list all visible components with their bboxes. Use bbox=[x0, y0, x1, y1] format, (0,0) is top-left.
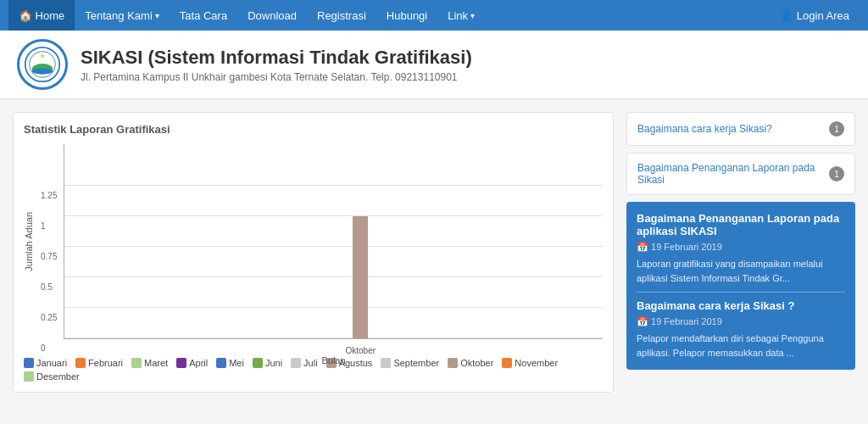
main-nav: 🏠 Home Tentang Kami ▾ Tata Cara Download… bbox=[0, 0, 868, 31]
legend-item: Juni bbox=[253, 358, 282, 368]
nav-tentang-kami[interactable]: Tentang Kami ▾ bbox=[75, 0, 170, 31]
legend-item: Januari bbox=[24, 358, 67, 368]
legend-item: April bbox=[176, 358, 208, 368]
chart-inner: 1.25 1 0.75 0.5 0.25 0 Oktober Bulan bbox=[64, 144, 603, 339]
y-tick-0: 0 bbox=[41, 343, 46, 353]
news-title-1: Bagaimana Penanganan Laporan pada aplika… bbox=[637, 212, 845, 237]
dropdown-arrow-icon2: ▾ bbox=[470, 11, 475, 20]
legend-item: Juli bbox=[291, 358, 318, 368]
legend-item: November bbox=[502, 358, 558, 368]
header-text: SIKASI (Sistem Informasi Tindak Gratifik… bbox=[81, 47, 472, 83]
chart-bar-oktober: Oktober bbox=[353, 216, 368, 338]
y-axis-label: Jumlah Aduan bbox=[24, 212, 34, 271]
y-tick-0.75: 0.75 bbox=[41, 252, 57, 261]
y-tick-1.25: 1.25 bbox=[41, 191, 57, 200]
nav-link[interactable]: Link ▾ bbox=[437, 0, 485, 31]
chart-panel: Statistik Laporan Gratifikasi Jumlah Adu… bbox=[13, 112, 614, 393]
nav-home[interactable]: 🏠 Home bbox=[8, 0, 75, 31]
nav-hubungi[interactable]: Hubungi bbox=[376, 0, 437, 31]
news-date-2: 📅 19 Februari 2019 bbox=[637, 316, 845, 327]
news-excerpt-1: Laporan gratifikasi yang disampaikan mel… bbox=[637, 257, 845, 285]
news-card: Bagaimana Penanganan Laporan pada aplika… bbox=[626, 202, 855, 370]
site-logo bbox=[17, 39, 68, 90]
faq-badge-2: 1 bbox=[829, 166, 844, 181]
y-tick-0.5: 0.5 bbox=[41, 282, 53, 292]
chart-title: Statistik Laporan Gratifikasi bbox=[24, 123, 603, 136]
dropdown-arrow-icon: ▾ bbox=[155, 11, 159, 20]
svg-marker-4 bbox=[40, 53, 45, 58]
nav-download[interactable]: Download bbox=[237, 0, 307, 31]
faq-item-1[interactable]: Bagaimana cara kerja Sikasi? 1 bbox=[626, 112, 855, 146]
faq-link-1[interactable]: Bagaimana cara kerja Sikasi? bbox=[637, 123, 772, 135]
legend-item: Oktober bbox=[448, 358, 493, 368]
main-container: Statistik Laporan Gratifikasi Jumlah Adu… bbox=[0, 99, 868, 405]
svg-point-3 bbox=[32, 68, 53, 74]
x-axis-label: Bulan bbox=[321, 355, 345, 365]
news-date-1: 📅 19 Februari 2019 bbox=[637, 242, 845, 253]
legend-item: Desember bbox=[24, 371, 80, 382]
faq-link-2[interactable]: Bagaimana Penanganan Laporan pada Sikasi bbox=[637, 162, 829, 186]
news-excerpt-2: Pelapor mendaftarkan diri sebagai Penggu… bbox=[637, 332, 845, 360]
legend-item: September bbox=[381, 358, 439, 368]
legend-item: Maret bbox=[131, 358, 168, 368]
legend-item: Februari bbox=[75, 358, 123, 368]
site-title: SIKASI (Sistem Informasi Tindak Gratifik… bbox=[81, 47, 472, 69]
chart-legend: JanuariFebruariMaretAprilMeiJuniJuliAgus… bbox=[24, 358, 603, 382]
nav-registrasi[interactable]: Registrasi bbox=[307, 0, 376, 31]
site-subtitle: Jl. Pertamina Kampus II Unkhair gambesi … bbox=[81, 71, 472, 83]
site-header: SIKASI (Sistem Informasi Tindak Gratifik… bbox=[0, 31, 868, 99]
faq-badge-1: 1 bbox=[829, 121, 844, 137]
news-title-2: Bagaimana cara kerja Sikasi ? bbox=[637, 299, 845, 312]
right-panel: Bagaimana cara kerja Sikasi? 1 Bagaimana… bbox=[626, 112, 855, 393]
legend-item: Mei bbox=[216, 358, 244, 368]
faq-item-2[interactable]: Bagaimana Penanganan Laporan pada Sikasi… bbox=[626, 153, 855, 195]
y-tick-0.25: 0.25 bbox=[41, 313, 57, 322]
chart-area: Jumlah Aduan 1.25 1 0.75 0.5 0.25 0 Okto… bbox=[24, 144, 603, 339]
bar-x-label: Oktober bbox=[345, 346, 376, 355]
y-tick-1: 1 bbox=[41, 221, 46, 231]
nav-login[interactable]: 👤 Login Area bbox=[770, 0, 860, 31]
nav-tata-cara[interactable]: Tata Cara bbox=[170, 0, 237, 31]
